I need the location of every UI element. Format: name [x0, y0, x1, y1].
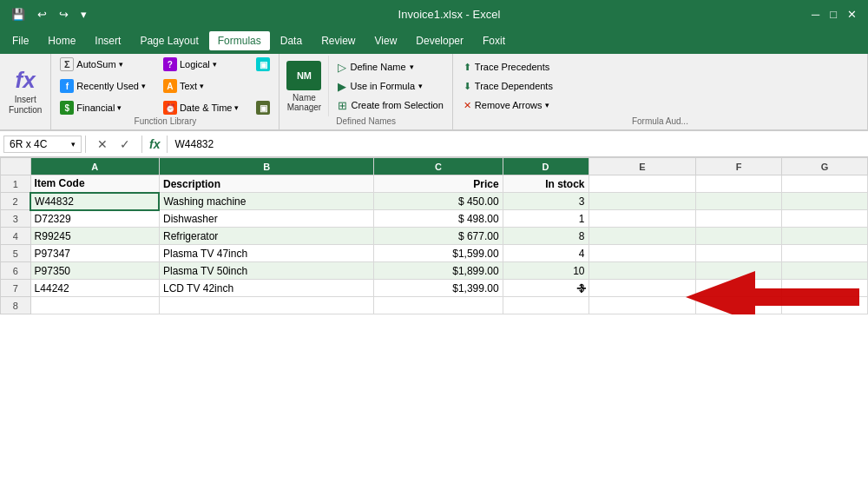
- cell-D5[interactable]: 4: [503, 245, 589, 262]
- create-from-selection-button[interactable]: ⊞ Create from Selection: [334, 96, 446, 115]
- cell-E6[interactable]: [589, 262, 696, 280]
- close-icon[interactable]: ✕: [845, 6, 859, 23]
- cell-A8[interactable]: [30, 297, 159, 314]
- cell-B1[interactable]: Description: [159, 175, 373, 193]
- cell-E5[interactable]: [589, 245, 696, 262]
- autosum-button[interactable]: Σ AutoSum ▾: [55, 56, 151, 73]
- cell-F5[interactable]: [696, 245, 782, 262]
- cell-D2[interactable]: 3: [503, 193, 589, 210]
- cell-C4[interactable]: $ 677.00: [374, 228, 503, 245]
- name-manager-button[interactable]: NM NameManager: [279, 56, 329, 116]
- save-icon[interactable]: 💾: [9, 6, 28, 23]
- cell-E4[interactable]: [589, 228, 696, 245]
- cell-D1[interactable]: In stock: [503, 175, 589, 193]
- define-name-button[interactable]: ▷ Define Name ▾: [334, 57, 446, 76]
- cell-G5[interactable]: [782, 245, 868, 262]
- menu-home[interactable]: Home: [39, 31, 84, 50]
- cell-F1[interactable]: [696, 175, 782, 193]
- cell-F4[interactable]: [696, 228, 782, 245]
- cell-C3[interactable]: $ 498.00: [374, 210, 503, 228]
- cell-B5[interactable]: Plasma TV 47inch: [159, 245, 373, 262]
- cell-B2[interactable]: Washing machine: [159, 193, 373, 210]
- maximize-icon[interactable]: □: [827, 6, 839, 23]
- cell-F8[interactable]: [696, 297, 782, 314]
- cell-E1[interactable]: [589, 175, 696, 193]
- insert-function-button[interactable]: fx InsertFunction: [0, 54, 51, 129]
- remove-arrows-button[interactable]: ✕ Remove Arrows ▾: [460, 96, 556, 115]
- cell-G7[interactable]: [782, 280, 868, 297]
- col-header-F[interactable]: F: [696, 158, 782, 175]
- cell-A3[interactable]: D72329: [30, 210, 159, 228]
- cell-A6[interactable]: P97350: [30, 262, 159, 280]
- menu-file[interactable]: File: [3, 31, 37, 50]
- cell-D3[interactable]: 1: [503, 210, 589, 228]
- menu-developer[interactable]: Developer: [407, 31, 472, 50]
- cell-E3[interactable]: [589, 210, 696, 228]
- use-in-formula-button[interactable]: ▶ Use in Formula ▾: [334, 76, 446, 96]
- cell-B6[interactable]: Plasma TV 50inch: [159, 262, 373, 280]
- cell-F3[interactable]: [696, 210, 782, 228]
- col-header-A[interactable]: A: [30, 158, 159, 175]
- col-header-G[interactable]: G: [782, 158, 868, 175]
- datetime-button[interactable]: ⏰ Date & Time ▾: [158, 99, 245, 116]
- cell-A5[interactable]: P97347: [30, 245, 159, 262]
- cancel-formula-button[interactable]: ✕: [93, 135, 112, 154]
- col-header-D[interactable]: D: [503, 158, 589, 175]
- col-header-E[interactable]: E: [589, 158, 696, 175]
- logical-button[interactable]: ? Logical ▾: [158, 56, 245, 73]
- cell-A7[interactable]: L44242: [30, 280, 159, 297]
- menu-page-layout[interactable]: Page Layout: [131, 31, 207, 50]
- cell-A1[interactable]: Item Code: [30, 175, 159, 193]
- cell-C8[interactable]: [374, 297, 503, 314]
- cell-C1[interactable]: Price: [374, 175, 503, 193]
- cell-C7[interactable]: $1,399.00: [374, 280, 503, 297]
- cell-C5[interactable]: $1,599.00: [374, 245, 503, 262]
- text-button[interactable]: A Text ▾: [158, 77, 245, 95]
- minimize-icon[interactable]: ─: [809, 6, 822, 23]
- cell-F7[interactable]: [696, 280, 782, 297]
- cell-G8[interactable]: [782, 297, 868, 314]
- cell-B7[interactable]: LCD TV 42inch: [159, 280, 373, 297]
- menu-foxit[interactable]: Foxit: [474, 31, 514, 50]
- undo-icon[interactable]: ↩: [35, 6, 49, 23]
- cell-E7[interactable]: [589, 280, 696, 297]
- trace-dependents-button[interactable]: ⬇ Trace Dependents: [460, 76, 556, 96]
- menu-review[interactable]: Review: [312, 31, 364, 50]
- cell-G1[interactable]: [782, 175, 868, 193]
- cell-D4[interactable]: 8: [503, 228, 589, 245]
- cell-B8[interactable]: [159, 297, 373, 314]
- cell-C6[interactable]: $1,899.00: [374, 262, 503, 280]
- cell-G2[interactable]: [782, 193, 868, 210]
- cell-D7[interactable]: 3 ✛: [503, 280, 589, 297]
- col-header-C[interactable]: C: [374, 158, 503, 175]
- cell-D8[interactable]: [503, 297, 589, 314]
- col-header-B[interactable]: B: [159, 158, 373, 175]
- cell-A4[interactable]: R99245: [30, 228, 159, 245]
- name-box[interactable]: 6R x 4C ▾: [3, 136, 82, 153]
- redo-icon[interactable]: ↪: [56, 6, 71, 23]
- cell-G3[interactable]: [782, 210, 868, 228]
- trace-precedents-button[interactable]: ⬆ Trace Precedents: [460, 57, 556, 76]
- cell-F6[interactable]: [696, 262, 782, 280]
- customize-icon[interactable]: ▾: [78, 6, 89, 23]
- menu-insert[interactable]: Insert: [86, 31, 129, 50]
- formula-input[interactable]: [171, 136, 865, 152]
- cell-B4[interactable]: Refrigerator: [159, 228, 373, 245]
- cell-E8[interactable]: [589, 297, 696, 314]
- more-functions-button1[interactable]: ▣: [251, 56, 275, 73]
- menu-data[interactable]: Data: [272, 31, 311, 50]
- cell-F2[interactable]: [696, 193, 782, 210]
- more-functions-button2[interactable]: ▣: [251, 99, 275, 116]
- cell-G4[interactable]: [782, 228, 868, 245]
- cell-A2[interactable]: W44832: [30, 193, 159, 210]
- financial-button[interactable]: $ Financial ▾: [55, 99, 151, 116]
- menu-view[interactable]: View: [366, 31, 406, 50]
- cell-D6[interactable]: 10: [503, 262, 589, 280]
- cell-B3[interactable]: Dishwasher: [159, 210, 373, 228]
- cell-C2[interactable]: $ 450.00: [374, 193, 503, 210]
- recently-used-button[interactable]: f Recently Used ▾: [55, 77, 151, 95]
- menu-formulas[interactable]: Formulas: [209, 31, 270, 50]
- cell-E2[interactable]: [589, 193, 696, 210]
- cell-G6[interactable]: [782, 262, 868, 280]
- confirm-formula-button[interactable]: ✓: [115, 135, 135, 154]
